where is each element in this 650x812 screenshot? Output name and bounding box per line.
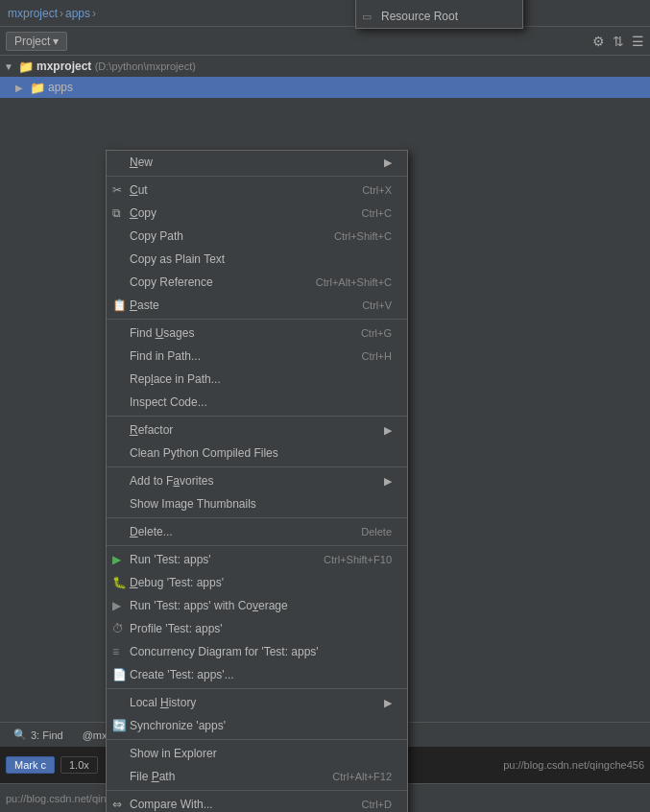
menu-item-inspect[interactable]: Inspect Code... xyxy=(107,391,407,414)
sep-after-new xyxy=(107,176,407,177)
project-dropdown[interactable]: Project ▾ xyxy=(6,32,67,51)
submenu-label-resource-root: Resource Root xyxy=(381,10,458,23)
menu-item-profile[interactable]: ⏱ Profile 'Test: apps' xyxy=(107,617,407,640)
menu-item-synchronize[interactable]: 🔄 Synchronize 'apps' xyxy=(107,714,407,737)
tree-root-label: mxproject (D:\python\mxproject) xyxy=(36,60,196,73)
compare-icon: ⇔ xyxy=(112,798,122,811)
menu-item-compare[interactable]: ⇔ Compare With... Ctrl+D xyxy=(107,793,407,812)
menu-item-favorites[interactable]: Add to Favorites ▶ xyxy=(107,469,407,492)
menu-label-show-explorer: Show in Explorer xyxy=(130,747,217,760)
sep2 xyxy=(107,416,407,417)
url-label: pu://blog.csdn.net/qingche456 xyxy=(503,759,644,771)
run-coverage-icon: ▶ xyxy=(112,599,121,612)
menu-item-find-usages[interactable]: Find Usages Ctrl+G xyxy=(107,322,407,345)
sep4 xyxy=(107,517,407,518)
menu-item-copy-path[interactable]: Copy Path Ctrl+Shift+C xyxy=(107,225,407,248)
tree-apps-row[interactable]: ▶ 📁 apps xyxy=(0,77,650,98)
menu-item-local-history[interactable]: Local History ▶ xyxy=(107,691,407,714)
submenu-item-resource-root[interactable]: ▭ Resource Root xyxy=(356,5,522,28)
tree-root-row[interactable]: ▼ 📁 mxproject (D:\python\mxproject) xyxy=(0,56,650,77)
menu-arrow-favorites: ▶ xyxy=(384,475,392,488)
sep6 xyxy=(107,688,407,689)
toolbar-icons: ⚙ ⇅ ☰ xyxy=(592,34,644,49)
menu-item-file-path[interactable]: File Path Ctrl+Alt+F12 xyxy=(107,765,407,788)
menu-shortcut-paste: Ctrl+V xyxy=(362,299,392,311)
menu-label-compare: Compare With... xyxy=(130,798,213,811)
tree-root-name: mxproject xyxy=(36,60,91,73)
menu-label-refactor: Refactor xyxy=(130,423,173,437)
menu-item-create[interactable]: 📄 Create 'Test: apps'... xyxy=(107,663,407,686)
context-menu: New ▶ ✂ Cut Ctrl+X ⧉ Copy Ctrl+C Copy Pa… xyxy=(106,150,408,812)
menu-item-run[interactable]: ▶ Run 'Test: apps' Ctrl+Shift+F10 xyxy=(107,548,407,571)
dropdown-arrow-icon: ▾ xyxy=(53,35,59,48)
sep1 xyxy=(107,319,407,320)
menu-label-copy-plain: Copy as Plain Text xyxy=(130,252,225,266)
menu-label-find-path: Find in Path... xyxy=(130,349,201,363)
menu-item-new[interactable]: New ▶ xyxy=(107,151,407,174)
settings-icon[interactable]: ⚙ xyxy=(592,34,605,49)
menu-shortcut-file-path: Ctrl+Alt+F12 xyxy=(332,771,392,782)
split-icon[interactable]: ⇅ xyxy=(613,34,624,49)
menu-shortcut-delete: Delete xyxy=(361,526,392,537)
paste-icon: 📋 xyxy=(112,299,127,312)
concurrency-icon: ≡ xyxy=(112,645,119,658)
zoom-label: 1.0x xyxy=(69,759,89,771)
menu-label-run: Run 'Test: apps' xyxy=(130,553,211,566)
menu-label-concurrency: Concurrency Diagram for 'Test: apps' xyxy=(130,645,319,658)
mark-c-button[interactable]: Mark c xyxy=(6,756,55,774)
menu-label-run-coverage: Run 'Test: apps' with Coverage xyxy=(130,599,288,612)
create-icon: 📄 xyxy=(112,668,127,681)
tree-arrow-icon: ▼ xyxy=(4,61,15,72)
menu-item-cut[interactable]: ✂ Cut Ctrl+X xyxy=(107,179,407,202)
menu-shortcut-cut: Ctrl+X xyxy=(362,184,392,196)
root-folder-icon: 📁 xyxy=(18,60,34,74)
tree-apps-label: apps xyxy=(48,81,73,94)
menu-arrow-local-history: ▶ xyxy=(384,697,392,709)
submenu-mark-dir: ◼ Sources Root ▭ Template Folder ▭ Exclu… xyxy=(355,0,523,29)
project-label: Project xyxy=(14,35,50,48)
menu-label-favorites: Add to Favorites xyxy=(130,474,213,488)
menu-item-thumbnails[interactable]: Show Image Thumbnails xyxy=(107,492,407,515)
breadcrumb-sep1: › xyxy=(60,7,63,20)
menu-item-paste[interactable]: 📋 Paste Ctrl+V xyxy=(107,294,407,317)
menu-label-local-history: Local History xyxy=(130,696,196,709)
find-icon: 🔍 xyxy=(13,728,27,741)
menu-item-show-explorer[interactable]: Show in Explorer xyxy=(107,742,407,765)
mark-c-label: Mark c xyxy=(14,759,46,771)
menu-label-synchronize: Synchronize 'apps' xyxy=(130,719,226,732)
menu-shortcut-copy-ref: Ctrl+Alt+Shift+C xyxy=(316,276,392,288)
menu-item-clean[interactable]: Clean Python Compiled Files xyxy=(107,442,407,465)
menu-item-copy[interactable]: ⧉ Copy Ctrl+C xyxy=(107,202,407,225)
menu-shortcut-copy: Ctrl+C xyxy=(362,207,392,219)
menu-item-copy-plain[interactable]: Copy as Plain Text xyxy=(107,248,407,271)
menu-label-copy: Copy xyxy=(130,206,156,220)
menu-item-delete[interactable]: Delete... Delete xyxy=(107,520,407,543)
menu-item-replace-path[interactable]: Replace in Path... xyxy=(107,368,407,391)
sync-icon: 🔄 xyxy=(112,719,127,732)
tab-find[interactable]: 🔍 3: Find xyxy=(4,726,73,744)
tree-root-path: (D:\python\mxproject) xyxy=(95,60,196,72)
breadcrumb-apps[interactable]: apps xyxy=(65,7,90,20)
debug-icon: 🐛 xyxy=(112,576,127,589)
menu-item-copy-ref[interactable]: Copy Reference Ctrl+Alt+Shift+C xyxy=(107,271,407,294)
menu-label-copy-ref: Copy Reference xyxy=(130,275,213,289)
breadcrumb-mxproject[interactable]: mxproject xyxy=(8,7,58,20)
menu-shortcut-compare: Ctrl+D xyxy=(362,799,392,810)
menu-item-refactor[interactable]: Refactor ▶ xyxy=(107,418,407,442)
zoom-button[interactable]: 1.0x xyxy=(60,756,98,774)
menu-label-debug: Debug 'Test: apps' xyxy=(130,576,224,589)
menu-label-new: New xyxy=(130,155,153,169)
menu-label-clean: Clean Python Compiled Files xyxy=(130,446,278,460)
menu-item-find-path[interactable]: Find in Path... Ctrl+H xyxy=(107,345,407,368)
menu-item-concurrency[interactable]: ≡ Concurrency Diagram for 'Test: apps' xyxy=(107,640,407,663)
sep7 xyxy=(107,739,407,740)
tab-find-label: 3: Find xyxy=(31,729,63,741)
breadcrumb-bar: mxproject › apps › xyxy=(0,0,650,27)
menu-label-cut: Cut xyxy=(130,183,148,197)
menu-label-file-path: File Path xyxy=(130,770,175,783)
menu-label-paste: Paste xyxy=(130,299,159,312)
menu-label-copy-path: Copy Path xyxy=(130,229,183,243)
menu-item-run-coverage[interactable]: ▶ Run 'Test: apps' with Coverage xyxy=(107,594,407,617)
menu-item-debug[interactable]: 🐛 Debug 'Test: apps' xyxy=(107,571,407,594)
gear-icon[interactable]: ☰ xyxy=(632,34,644,49)
